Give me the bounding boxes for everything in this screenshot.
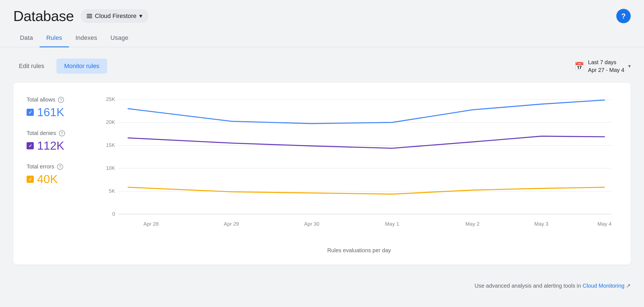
nav-tabs: Data Rules Indexes Usage <box>0 29 644 47</box>
footer-text: Use advanced analysis and alerting tools… <box>475 283 583 289</box>
svg-text:May 1: May 1 <box>385 221 399 227</box>
denies-help-icon[interactable]: ? <box>59 130 65 136</box>
help-button[interactable]: ? <box>616 9 631 23</box>
tab-data[interactable]: Data <box>13 29 40 47</box>
tab-usage[interactable]: Usage <box>104 29 135 47</box>
monitor-rules-button[interactable]: Monitor rules <box>56 59 107 74</box>
allows-value: 161K <box>37 106 64 119</box>
svg-text:May 2: May 2 <box>465 221 480 227</box>
denies-label: Total denies <box>27 130 56 136</box>
svg-text:15K: 15K <box>106 142 115 148</box>
page-header: Database Cloud Firestore ▾ ? <box>0 0 644 24</box>
chart-area: 25K 20K 15K 10K 5K 0 Apr 28 Apr 29 Apr 3… <box>101 94 617 254</box>
legend-allows: Total allows ? 161K <box>27 97 87 119</box>
svg-text:10K: 10K <box>106 165 115 171</box>
errors-checkbox[interactable] <box>27 176 34 183</box>
chart-legend: Total allows ? 161K Total denies ? <box>27 94 87 254</box>
errors-help-icon[interactable]: ? <box>57 164 63 170</box>
main-content: Edit rules Monitor rules 📅 Last 7 days A… <box>0 47 644 276</box>
toolbar: Edit rules Monitor rules 📅 Last 7 days A… <box>13 58 631 74</box>
date-range-line1: Last 7 days <box>588 58 624 66</box>
toolbar-right: 📅 Last 7 days Apr 27 - May 4 ▾ <box>575 58 631 74</box>
legend-denies: Total denies ? 112K <box>27 130 87 152</box>
allows-help-icon[interactable]: ? <box>58 97 64 103</box>
date-range[interactable]: Last 7 days Apr 27 - May 4 <box>588 58 624 74</box>
svg-text:Apr 30: Apr 30 <box>304 221 319 227</box>
svg-text:Apr 28: Apr 28 <box>143 221 159 227</box>
errors-label: Total errors <box>27 163 54 170</box>
tab-indexes[interactable]: Indexes <box>69 29 104 47</box>
chart-svg: 25K 20K 15K 10K 5K 0 Apr 28 Apr 29 Apr 3… <box>101 94 617 244</box>
chevron-down-icon: ▾ <box>139 12 142 20</box>
svg-text:May 4: May 4 <box>597 221 612 227</box>
chart-x-axis-label: Rules evaluations per day <box>101 247 617 254</box>
svg-text:May 3: May 3 <box>534 221 548 227</box>
date-range-dropdown-icon: ▾ <box>628 63 631 69</box>
tab-rules[interactable]: Rules <box>40 29 69 47</box>
svg-text:5K: 5K <box>109 188 115 194</box>
svg-text:20K: 20K <box>106 119 115 125</box>
edit-rules-button[interactable]: Edit rules <box>13 59 50 74</box>
footer: Use advanced analysis and alerting tools… <box>0 276 644 296</box>
stack-icon <box>87 14 92 18</box>
service-selector[interactable]: Cloud Firestore ▾ <box>81 9 148 23</box>
calendar-icon: 📅 <box>575 62 584 71</box>
cloud-monitoring-link[interactable]: Cloud Monitoring <box>583 283 624 289</box>
denies-value: 112K <box>37 139 64 152</box>
errors-value: 40K <box>37 173 58 186</box>
denies-checkbox[interactable] <box>27 142 34 149</box>
svg-text:Apr 29: Apr 29 <box>224 221 239 227</box>
svg-text:0: 0 <box>112 211 115 217</box>
external-link-icon: ↗ <box>626 283 631 289</box>
svg-text:25K: 25K <box>106 96 115 102</box>
allows-checkbox[interactable] <box>27 109 34 116</box>
toolbar-left: Edit rules Monitor rules <box>13 59 107 74</box>
chart-layout: Total allows ? 161K Total denies ? <box>27 94 617 254</box>
chart-card: Total allows ? 161K Total denies ? <box>13 83 631 265</box>
date-range-line2: Apr 27 - May 4 <box>588 66 624 74</box>
service-label: Cloud Firestore <box>95 12 136 20</box>
page-title: Database <box>13 8 74 24</box>
legend-errors: Total errors ? 40K <box>27 163 87 186</box>
allows-label: Total allows <box>27 97 55 103</box>
